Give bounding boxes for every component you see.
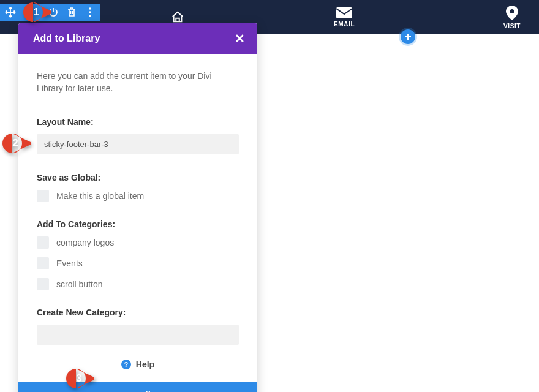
home-icon — [170, 10, 185, 24]
global-item-checkbox[interactable] — [37, 190, 49, 202]
save-as-global-label: Save as Global: — [37, 173, 239, 183]
nav-item-visit[interactable]: VISIT — [503, 6, 521, 29]
save-button-label: Save to Library — [105, 390, 171, 392]
category-checkbox[interactable] — [37, 257, 49, 270]
add-to-library-modal: Add to Library ✕ Here you can add the cu… — [18, 23, 257, 392]
layout-name-label: Layout Name: — [37, 117, 239, 127]
add-to-categories-label: Add To Categories: — [37, 219, 239, 229]
layout-name-input[interactable] — [37, 134, 239, 154]
more-menu-icon[interactable] — [83, 6, 97, 19]
trash-icon[interactable] — [65, 6, 78, 19]
category-checkbox[interactable] — [37, 236, 49, 249]
modal-title: Add to Library — [33, 33, 100, 44]
category-row: company logos — [37, 236, 239, 249]
nav-visit-label: VISIT — [503, 23, 521, 29]
location-pin-icon — [506, 6, 518, 20]
modal-body: Here you can add the current item to you… — [18, 54, 257, 382]
modal-header: Add to Library ✕ — [18, 23, 257, 54]
close-icon[interactable]: ✕ — [235, 31, 245, 46]
email-icon — [336, 7, 352, 18]
help-icon: ? — [121, 360, 131, 369]
create-new-category-label: Create New Category: — [37, 307, 239, 317]
nav-email-label: EMAIL — [334, 21, 355, 28]
nav-item-email[interactable]: EMAIL — [334, 7, 355, 28]
category-checkbox[interactable] — [37, 278, 49, 290]
help-link[interactable]: ? Help — [37, 360, 239, 369]
category-row: Events — [37, 257, 239, 270]
svg-point-1 — [89, 7, 91, 10]
element-toolbar — [0, 4, 100, 21]
category-label: scroll button — [56, 279, 102, 289]
move-handle-icon[interactable] — [4, 6, 17, 19]
global-item-row: Make this a global item — [37, 190, 239, 202]
save-to-library-button[interactable]: Save to Library — [18, 382, 257, 392]
nav-item-home[interactable] — [170, 10, 185, 24]
svg-point-3 — [89, 15, 91, 17]
svg-point-2 — [89, 11, 91, 13]
help-label: Help — [136, 360, 154, 369]
global-item-checkbox-label: Make this a global item — [56, 191, 144, 201]
modal-description: Here you can add the current item to you… — [37, 70, 239, 95]
power-icon[interactable] — [47, 6, 60, 19]
category-row: scroll button — [37, 278, 239, 290]
category-label: Events — [56, 258, 83, 268]
category-label: company logos — [56, 238, 114, 247]
add-module-button[interactable] — [401, 29, 415, 44]
create-category-input[interactable] — [37, 325, 239, 345]
svg-rect-0 — [336, 7, 352, 18]
